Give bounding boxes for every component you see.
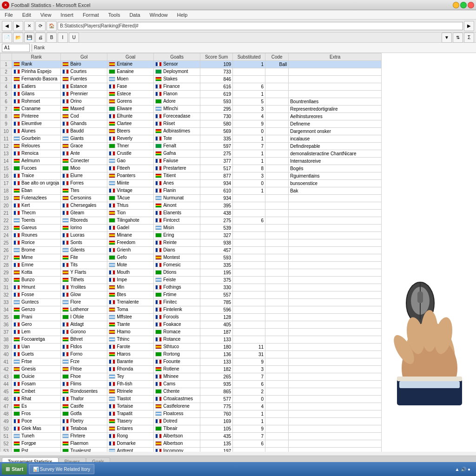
table-row[interactable]: 45 Cmbet Rondosentes Rtrinele Cthente 86…	[0, 388, 382, 396]
cell-code[interactable]	[265, 306, 289, 314]
cell-sub[interactable]: 2	[233, 388, 265, 396]
table-row[interactable]: 53 Pst Trualesrst Anttrent Incomony 197	[0, 448, 382, 452]
cell-sub[interactable]	[233, 254, 265, 262]
cell-goals[interactable]: Fomesic	[154, 262, 200, 269]
cell-goal1[interactable]: Flims	[61, 381, 107, 388]
cell-goal1[interactable]: Gotfa	[61, 410, 107, 418]
table-row[interactable]: 5 Gilans Prennier Estece Flanon 619 1	[0, 91, 382, 98]
cell-goal2[interactable]: Fth-tish	[107, 381, 154, 388]
cell-rank[interactable]: Forgpe	[12, 440, 61, 448]
table-row[interactable]: 17 Bae alto on urgoja Forres Miinte Anes…	[0, 180, 382, 187]
italic-button[interactable]: I	[58, 33, 68, 43]
cell-sub[interactable]: 1	[233, 150, 265, 158]
cell-sub[interactable]	[233, 277, 265, 284]
sum-button[interactable]: Σ	[464, 33, 474, 43]
cell-goal1[interactable]: Y Flarts	[61, 269, 107, 277]
cell-goal2[interactable]: Htaros	[107, 351, 154, 358]
cell-goals[interactable]: Rortong	[154, 351, 200, 358]
cell-code[interactable]	[265, 225, 289, 232]
cell-code[interactable]	[265, 403, 289, 410]
cell-sub[interactable]: 31	[233, 351, 265, 358]
cell-goal1[interactable]: Forno	[61, 351, 107, 358]
cell-goal1[interactable]: Bthret	[61, 336, 107, 344]
table-row[interactable]: 49 Poce Fbetry Ttasery Dotred 169 1	[0, 418, 382, 425]
cell-score[interactable]: 265	[200, 373, 233, 381]
table-row[interactable]: 11 Gourbein Giants Reverly Tote 335 1 in…	[0, 135, 382, 143]
cell-sub[interactable]: 0	[233, 396, 265, 403]
cell-code[interactable]	[265, 150, 289, 158]
cell-code[interactable]	[265, 135, 289, 143]
cell-goal2[interactable]: Gefo	[107, 254, 154, 262]
cell-score[interactable]: 187	[200, 329, 233, 336]
spreadsheet-scroll[interactable]: Rank Gol Goal Goalts Score Sum Substitut…	[0, 53, 476, 452]
cell-rank[interactable]: Cmbet	[12, 388, 61, 396]
cell-goals[interactable]: Mhinee	[154, 373, 200, 381]
table-row[interactable]: 50 Gtek Mas Tetaboa Entares Tlbeair 105 …	[0, 425, 382, 433]
name-box[interactable]	[2, 44, 30, 52]
col-header-sub[interactable]: Substituted	[233, 53, 265, 61]
cell-score[interactable]: 375	[200, 277, 233, 284]
cell-rank[interactable]: Toents	[12, 217, 61, 225]
cell-rank[interactable]: Fucoes	[12, 165, 61, 172]
cell-goals[interactable]: Adore	[154, 98, 200, 106]
cell-code[interactable]	[265, 232, 289, 239]
cell-score[interactable]: 405	[200, 321, 233, 329]
cell-rank[interactable]: Pinteree	[12, 113, 61, 120]
cell-score[interactable]: 435	[200, 433, 233, 440]
cell-sub[interactable]	[233, 336, 265, 344]
cell-goal2[interactable]: Min	[107, 284, 154, 291]
cell-sub[interactable]: 0	[233, 128, 265, 135]
cell-sub[interactable]: 9	[233, 120, 265, 128]
cell-goals[interactable]: Cams	[154, 381, 200, 388]
cell-code[interactable]	[265, 351, 289, 358]
cell-code[interactable]	[265, 262, 289, 269]
cell-goals[interactable]: Titient	[154, 172, 200, 180]
cell-rank[interactable]: Guntecs	[12, 299, 61, 306]
cell-rank[interactable]: Fros	[12, 410, 61, 418]
cell-goals[interactable]: Deploymont	[154, 68, 200, 76]
cell-score[interactable]: 377	[200, 158, 233, 165]
cell-goals[interactable]: Frtime	[154, 291, 200, 299]
cell-code[interactable]	[265, 113, 289, 120]
cell-goals[interactable]: Flanin	[154, 187, 200, 195]
cell-sub[interactable]	[233, 329, 265, 336]
table-row[interactable]: 41 Frtse Frze Barante Foounte 133 9	[0, 358, 382, 366]
cell-code[interactable]	[265, 106, 289, 113]
cell-code[interactable]	[265, 247, 289, 254]
cell-goals[interactable]: Forools	[154, 314, 200, 321]
cell-score[interactable]: 133	[200, 336, 233, 344]
cell-goal2[interactable]: Tlastot	[107, 396, 154, 403]
table-row[interactable]: 46 Rhat Thafor Tlastot Crtoalcastmes 577…	[0, 396, 382, 403]
cell-goal1[interactable]: Fhoe	[61, 373, 107, 381]
cell-goal1[interactable]: Fhrtere	[61, 433, 107, 440]
cell-goals[interactable]: Tote	[154, 135, 200, 143]
cell-sub[interactable]	[233, 76, 265, 83]
menu-view[interactable]: View	[38, 11, 54, 19]
cell-goal1[interactable]: Ttes	[61, 187, 107, 195]
cell-sub[interactable]: 8	[233, 165, 265, 172]
cell-goal1[interactable]: Estance	[61, 83, 107, 91]
cell-rank[interactable]: Futenazlees	[12, 195, 61, 202]
cell-rank[interactable]: Eban	[12, 187, 61, 195]
cell-score[interactable]: 616	[200, 83, 233, 91]
table-row[interactable]: 23 Gareus Iorino Gadel Misin 539	[0, 225, 382, 232]
cell-sub[interactable]	[233, 448, 265, 452]
cell-sub[interactable]	[233, 225, 265, 232]
cell-sub[interactable]	[233, 314, 265, 321]
cell-score[interactable]: 569	[200, 128, 233, 135]
cell-goal2[interactable]: Mouth	[107, 269, 154, 277]
cell-goals[interactable]: Misin	[154, 225, 200, 232]
cell-code[interactable]	[265, 440, 289, 448]
cell-rank[interactable]: Guets	[12, 351, 61, 358]
cell-rank[interactable]: Bae alto on urgoja	[12, 180, 61, 187]
cell-rank[interactable]: Pst	[12, 448, 61, 452]
cell-sub[interactable]: 11	[233, 344, 265, 351]
cell-goal1[interactable]: Elurre	[61, 172, 107, 180]
cell-code[interactable]	[265, 329, 289, 336]
cell-sub[interactable]: 7	[233, 143, 265, 150]
cell-code[interactable]	[265, 418, 289, 425]
table-row[interactable]: 2 Pirinha Espejo Courtes Eanaine Deploym…	[0, 68, 382, 76]
cell-goals[interactable]: Prestartere	[154, 165, 200, 172]
cell-goals[interactable]: Nurmunat	[154, 195, 200, 202]
cell-goals[interactable]: Rotance	[154, 336, 200, 344]
